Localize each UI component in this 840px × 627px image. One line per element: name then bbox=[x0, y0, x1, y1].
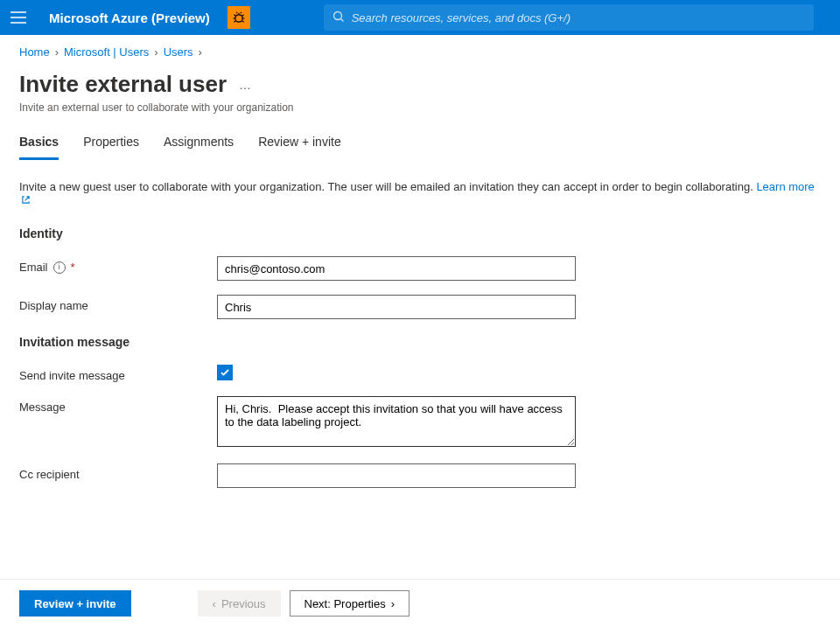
next-button[interactable]: Next: Properties › bbox=[290, 590, 410, 617]
page-title: Invite external user bbox=[19, 71, 227, 98]
required-indicator: * bbox=[71, 261, 75, 274]
breadcrumb-home[interactable]: Home bbox=[19, 45, 50, 59]
display-name-field[interactable] bbox=[217, 295, 576, 319]
row-cc: Cc recipient bbox=[19, 463, 821, 488]
hamburger-menu-icon[interactable] bbox=[9, 8, 28, 27]
previous-button: ‹ Previous bbox=[198, 590, 281, 617]
tabs: Basics Properties Assignments Review + i… bbox=[0, 119, 840, 161]
message-field[interactable] bbox=[217, 396, 576, 447]
content-area: Invite a new guest user to collaborate w… bbox=[0, 161, 840, 579]
search-icon bbox=[332, 10, 345, 25]
global-search[interactable] bbox=[324, 4, 814, 31]
breadcrumb-users[interactable]: Users bbox=[164, 45, 193, 59]
review-invite-button[interactable]: Review + invite bbox=[19, 590, 131, 617]
row-send-invite: Send invite message bbox=[19, 365, 821, 382]
search-input[interactable] bbox=[352, 11, 805, 24]
description-text: Invite a new guest user to collaborate w… bbox=[19, 180, 753, 193]
label-send-invite: Send invite message bbox=[19, 365, 217, 382]
more-actions-icon[interactable]: … bbox=[239, 78, 252, 92]
section-identity-title: Identity bbox=[19, 226, 821, 240]
chevron-right-icon: › bbox=[199, 45, 202, 59]
row-message: Message bbox=[19, 396, 821, 449]
tab-assignments[interactable]: Assignments bbox=[164, 135, 234, 160]
brand-title[interactable]: Microsoft Azure (Preview) bbox=[49, 10, 210, 25]
external-link-icon bbox=[21, 194, 31, 207]
cc-field[interactable] bbox=[217, 463, 576, 488]
row-display-name: Display name bbox=[19, 295, 821, 319]
svg-point-1 bbox=[333, 11, 341, 19]
chevron-right-icon: › bbox=[55, 45, 59, 59]
label-email: Email i * bbox=[19, 256, 217, 274]
tab-review-invite[interactable]: Review + invite bbox=[258, 135, 341, 160]
send-invite-checkbox[interactable] bbox=[217, 365, 233, 380]
label-display-name: Display name bbox=[19, 295, 217, 312]
svg-point-0 bbox=[234, 15, 242, 22]
email-field[interactable] bbox=[217, 256, 576, 281]
breadcrumb: Home › Microsoft | Users › Users › bbox=[0, 35, 840, 64]
label-message: Message bbox=[19, 396, 217, 414]
page-subtitle: Invite an external user to collaborate w… bbox=[19, 101, 821, 114]
description: Invite a new guest user to collaborate w… bbox=[19, 180, 821, 207]
footer: Review + invite ‹ Previous Next: Propert… bbox=[0, 579, 840, 627]
breadcrumb-users-dir[interactable]: Microsoft | Users bbox=[64, 45, 149, 59]
info-icon[interactable]: i bbox=[53, 261, 66, 274]
chevron-right-icon: › bbox=[154, 45, 158, 59]
bug-icon[interactable] bbox=[228, 6, 250, 29]
section-invitation-title: Invitation message bbox=[19, 335, 821, 349]
chevron-right-icon: › bbox=[391, 597, 395, 610]
top-bar: Microsoft Azure (Preview) bbox=[0, 0, 840, 35]
label-cc: Cc recipient bbox=[19, 463, 217, 481]
chevron-left-icon: ‹ bbox=[213, 597, 216, 610]
row-email: Email i * bbox=[19, 256, 821, 281]
nav-buttons: ‹ Previous Next: Properties › bbox=[198, 590, 410, 617]
tab-basics[interactable]: Basics bbox=[19, 135, 59, 160]
page-header: Invite external user … Invite an externa… bbox=[0, 64, 840, 119]
tab-properties[interactable]: Properties bbox=[83, 135, 139, 160]
